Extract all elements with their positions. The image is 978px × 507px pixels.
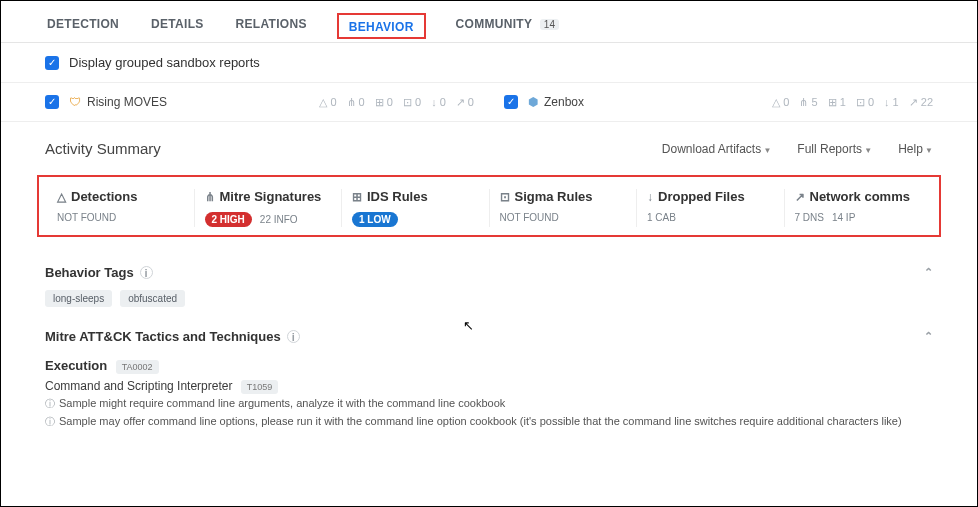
chevron-up-icon[interactable]: ⌃ [924, 330, 933, 343]
card-mitre[interactable]: ⋔Mitre Signatures 2 HIGH 22 INFO [194, 189, 342, 227]
activity-summary-header: Activity Summary Download Artifacts Full… [1, 122, 977, 169]
card-network[interactable]: ↗Network comms 7 DNS 14 IP [784, 189, 932, 227]
sandbox-zenbox-stats: △ 0 ⋔ 5 ⊞ 1 ⊡ 0 ↓ 1 ↗ 22 [772, 96, 933, 109]
warning-icon: △ [57, 190, 66, 204]
tab-detection[interactable]: DETECTION [45, 11, 121, 41]
grouped-reports-checkbox[interactable] [45, 56, 59, 70]
mitre-high-badge: 2 HIGH [205, 212, 252, 227]
sandbox-rising-checkbox[interactable] [45, 95, 59, 109]
tag-long-sleeps[interactable]: long-sleeps [45, 290, 112, 307]
card-sigma[interactable]: ⊡Sigma Rules NOT FOUND [489, 189, 637, 227]
card-detections[interactable]: △Detections NOT FOUND [47, 189, 194, 227]
sandbox-row: 🛡 Rising MOVES △ 0 ⋔ 0 ⊞ 0 ⊡ 0 ↓ 0 ↗ 0 ⬢… [1, 83, 977, 122]
tab-details[interactable]: DETAILS [149, 11, 206, 41]
card-dropped[interactable]: ↓Dropped Files 1 CAB [636, 189, 784, 227]
ids-icon: ⊞ [352, 190, 362, 204]
tag-obfuscated[interactable]: obfuscated [120, 290, 185, 307]
behavior-tags-section: Behavior Tags i ⌃ long-sleeps obfuscated [1, 249, 977, 321]
mitre-attck-title: Mitre ATT&CK Tactics and Techniques [45, 329, 281, 344]
dropped-icon: ↓ [647, 190, 653, 204]
mitre-icon: ⋔ [205, 190, 215, 204]
ids-low-badge: 1 LOW [352, 212, 398, 227]
activity-summary-cards: △Detections NOT FOUND ⋔Mitre Signatures … [37, 175, 941, 237]
full-reports-button[interactable]: Full Reports [797, 142, 872, 156]
download-artifacts-button[interactable]: Download Artifacts [662, 142, 772, 156]
tab-community-label: COMMUNITY [456, 17, 532, 31]
tactic-name: Execution [45, 358, 107, 373]
card-ids[interactable]: ⊞IDS Rules 1 LOW [341, 189, 489, 227]
tactic-id[interactable]: TA0002 [116, 360, 159, 374]
tabs-bar: DETECTION DETAILS RELATIONS BEHAVIOR COM… [1, 9, 977, 43]
sandbox-rising-name: Rising MOVES [87, 95, 167, 109]
mitre-attck-section: Mitre ATT&CK Tactics and Techniques i ⌃ … [1, 321, 977, 439]
info-icon[interactable]: i [287, 330, 300, 343]
technique-id[interactable]: T1059 [241, 380, 279, 394]
community-count-badge: 14 [540, 19, 560, 30]
technique-name: Command and Scripting Interpreter [45, 379, 232, 393]
behavior-tags-title: Behavior Tags [45, 265, 134, 280]
sandbox-zenbox-checkbox[interactable] [504, 95, 518, 109]
grouped-reports-row: Display grouped sandbox reports [1, 43, 977, 83]
technique-detail: Sample might require command line argume… [59, 397, 505, 409]
sigma-icon: ⊡ [500, 190, 510, 204]
tab-relations[interactable]: RELATIONS [234, 11, 309, 41]
activity-summary-title: Activity Summary [45, 140, 161, 157]
sandbox-zenbox-name: Zenbox [544, 95, 584, 109]
tab-community[interactable]: COMMUNITY 14 [454, 11, 562, 41]
cube-icon: ⬢ [528, 95, 538, 109]
sandbox-rising-stats: △ 0 ⋔ 0 ⊞ 0 ⊡ 0 ↓ 0 ↗ 0 [319, 96, 474, 109]
network-icon: ↗ [795, 190, 805, 204]
shield-icon: 🛡 [69, 95, 81, 109]
grouped-reports-label: Display grouped sandbox reports [69, 55, 260, 70]
info-icon[interactable]: i [140, 266, 153, 279]
chevron-up-icon[interactable]: ⌃ [924, 266, 933, 279]
help-button[interactable]: Help [898, 142, 933, 156]
technique-detail: Sample may offer command line options, p… [59, 415, 902, 427]
tab-behavior[interactable]: BEHAVIOR [347, 14, 416, 44]
